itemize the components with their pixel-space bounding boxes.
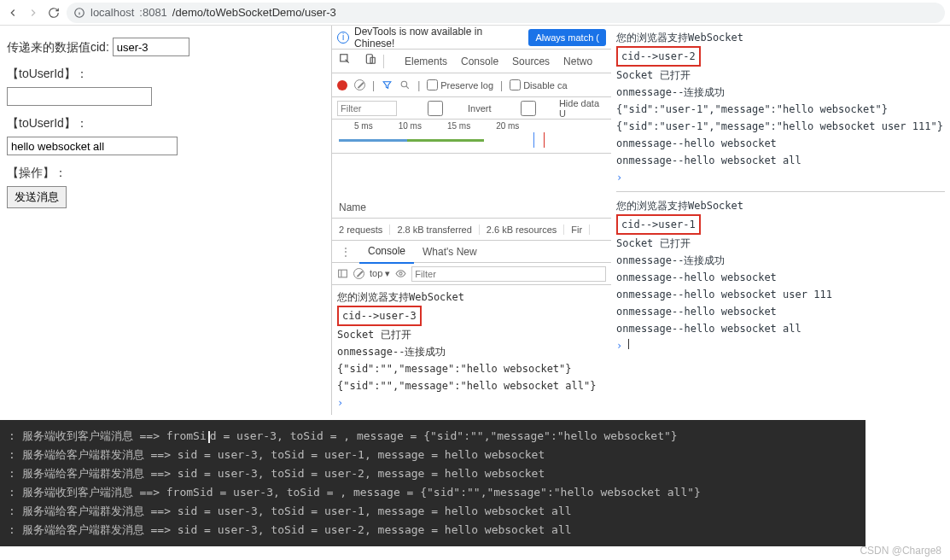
console-line: onmessage--hello websocket all	[616, 152, 945, 169]
filter-input[interactable]	[337, 101, 397, 116]
touserid-input-1[interactable]	[7, 87, 152, 106]
console-output: 您的浏览器支持WebSocketcid-->user-3Socket 已打开on…	[332, 285, 611, 415]
console-sidebar-icon[interactable]	[337, 268, 348, 279]
clear-icon[interactable]	[354, 79, 365, 90]
console-line: 您的浏览器支持WebSocket	[616, 29, 945, 46]
info-icon: i	[337, 32, 349, 44]
tab-sources[interactable]: Sources	[505, 50, 557, 73]
console-line: onmessage--hello websocket	[616, 135, 945, 152]
waterfall[interactable]: 5 ms 10 ms 15 ms 20 ms	[332, 120, 611, 154]
stats-bar: 2 requests 2.8 kB transferred 2.6 kB res…	[332, 219, 611, 241]
url-path: /demo/toWebSocketDemo/user-3	[172, 6, 336, 19]
tab-console[interactable]: Console	[454, 50, 505, 73]
hide-data-checkbox[interactable]: Hide data U	[500, 98, 606, 119]
eye-icon[interactable]	[395, 268, 406, 279]
tab-network[interactable]: Netwo	[557, 50, 599, 73]
console-line: Socket 已打开	[616, 67, 945, 84]
watermark: CSDN @Charge8	[860, 545, 941, 546]
terminal-line: : 服务端给客户端群发消息 ==> sid = user-3, toSid = …	[9, 521, 857, 540]
search-icon[interactable]	[399, 79, 411, 90]
terminal-line: : 服务端给客户端群发消息 ==> sid = user-3, toSid = …	[9, 502, 857, 521]
console-line: onmessage--连接成功	[337, 343, 606, 360]
name-header[interactable]: Name	[332, 196, 611, 219]
console-line: 您的浏览器支持WebSocket	[337, 289, 606, 306]
terminal-line: : 服务端收到客户端消息 ==> fromSid = user-3, toSid…	[9, 483, 857, 502]
disable-cache-checkbox[interactable]: Disable ca	[510, 79, 567, 90]
prompt-icon[interactable]: ›	[616, 340, 622, 352]
devtools-banner: i DevTools is now available in Chinese! …	[332, 26, 611, 50]
console-line: 您的浏览器支持WebSocket	[616, 197, 945, 214]
console-line: onmessage--连接成功	[616, 84, 945, 101]
prompt-icon[interactable]: ›	[616, 172, 622, 184]
url-host: localhost	[90, 6, 134, 19]
site-info-icon	[73, 7, 85, 19]
forward-icon[interactable]	[26, 5, 41, 20]
tab-elements[interactable]: Elements	[398, 50, 454, 73]
url-port: :8081	[139, 6, 167, 19]
drawer-tab-console[interactable]: Console	[359, 240, 414, 264]
record-icon[interactable]	[337, 80, 347, 90]
console-line: onmessage--hello websocket	[616, 303, 945, 320]
operation-label: 【操作】：	[7, 166, 324, 181]
terminal-line: : 服务端给客户端群发消息 ==> sid = user-3, toSid = …	[9, 446, 857, 464]
console-line: cid-->user-3	[337, 306, 606, 326]
svg-point-9	[399, 272, 402, 275]
svg-rect-7	[339, 270, 347, 277]
back-icon[interactable]	[5, 5, 20, 20]
console-clear-icon[interactable]	[353, 268, 364, 279]
banner-button[interactable]: Always match (	[528, 29, 606, 46]
console-line: Socket 已打开	[616, 235, 945, 252]
svg-point-6	[401, 81, 407, 87]
banner-text: DevTools is now available in Chinese!	[354, 26, 523, 50]
console-line: cid-->user-2	[616, 46, 945, 67]
drawer-menu-icon[interactable]: ⋮	[332, 241, 359, 263]
cid-input[interactable]	[113, 38, 189, 56]
terminal-line: : 服务端收到客户端消息 ==> fromSid = user-3, toSid…	[9, 427, 857, 446]
address-bar[interactable]: localhost:8081/demo/toWebSocketDemo/user…	[67, 3, 945, 23]
console-line: Socket 已打开	[337, 326, 606, 343]
filter-icon[interactable]	[382, 79, 393, 90]
cid-label: 传递来的数据值cid:	[7, 40, 109, 54]
drawer-tab-whatsnew[interactable]: What's New	[414, 241, 486, 263]
inspect-icon[interactable]	[332, 50, 358, 73]
reload-icon[interactable]	[46, 5, 61, 20]
terminal-line: : 服务端给客户端群发消息 ==> sid = user-3, toSid = …	[9, 464, 857, 483]
device-icon[interactable]	[358, 50, 383, 73]
console-filter-input[interactable]	[411, 266, 606, 282]
console-line: {"sid":"","message":"hello websocket all…	[337, 377, 606, 394]
browser-toolbar: localhost:8081/demo/toWebSocketDemo/user…	[0, 0, 950, 26]
devtools-panel: i DevTools is now available in Chinese! …	[331, 26, 611, 415]
send-button[interactable]: 发送消息	[7, 186, 67, 208]
right-consoles: 您的浏览器支持WebSocketcid-->user-2Socket 已打开on…	[611, 26, 950, 358]
svg-rect-4	[366, 54, 372, 63]
preserve-log-checkbox[interactable]: Preserve log	[427, 79, 493, 90]
page-content: 传递来的数据值cid: 【toUserId】： 【toUserId】： 【操作】…	[0, 26, 331, 220]
console-line: {"sid":"","message":"hello websocket"}	[337, 360, 606, 377]
console-line: onmessage--hello websocket	[616, 269, 945, 286]
server-terminal: : 服务端收到客户端消息 ==> fromSid = user-3, toSid…	[0, 420, 865, 546]
console-line: onmessage--连接成功	[616, 252, 945, 269]
touserid-label-2: 【toUserId】：	[7, 116, 324, 131]
prompt-icon[interactable]: ›	[337, 397, 343, 409]
context-selector[interactable]: top ▾	[370, 268, 390, 279]
network-toolbar: | | Preserve log | Disable ca	[332, 73, 611, 97]
console-line: onmessage--hello websocket all	[616, 320, 945, 337]
drawer-tabs: ⋮ Console What's New	[332, 241, 611, 263]
console-filter-bar: top ▾	[332, 263, 611, 285]
message-input[interactable]	[7, 137, 178, 155]
filter-bar: Invert Hide data U	[332, 97, 611, 120]
devtools-tabs: Elements Console Sources Netwo	[332, 50, 611, 73]
console-line: cid-->user-1	[616, 214, 945, 235]
invert-checkbox[interactable]: Invert	[405, 101, 492, 116]
console-line: onmessage--hello websocket user 111	[616, 286, 945, 303]
console-line: {"sid":"user-1","message":"hello websock…	[616, 101, 945, 118]
touserid-label-1: 【toUserId】：	[7, 67, 324, 82]
console-line: {"sid":"user-1","message":"hello websock…	[616, 118, 945, 135]
